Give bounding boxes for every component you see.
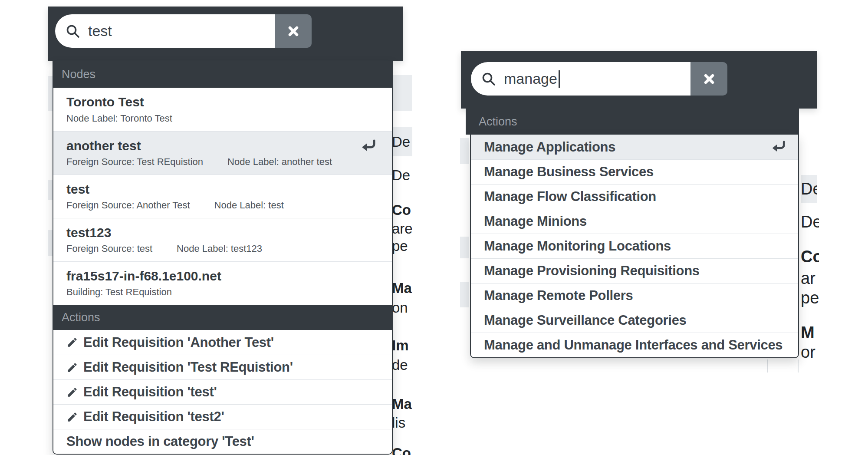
node-detail: Node Label: Toronto Test (66, 113, 172, 124)
node-title: test123 (66, 225, 379, 241)
node-detail: Foreign Source: Another Test (66, 200, 190, 211)
background-table-border (798, 359, 799, 373)
node-result-row[interactable]: test Foreign Source: Another TestNode La… (53, 175, 392, 218)
action-result-row[interactable]: Edit Requisition 'Another Test' (53, 330, 392, 355)
nodes-section-label: Nodes (62, 68, 95, 81)
node-result-row[interactable]: Toronto Test Node Label: Toronto Test (53, 88, 392, 131)
action-label: Edit Requisition 'test2' (83, 409, 224, 425)
action-result-row[interactable]: Edit Requisition 'Test REquistion' (53, 355, 392, 379)
clipped-background-text: Im (392, 337, 412, 354)
clipped-background-text: De (392, 127, 412, 156)
node-result-row[interactable]: another test Foreign Source: Test REquis… (53, 131, 392, 175)
action-label: Manage Business Services (484, 164, 654, 180)
left-search-query: test (88, 23, 112, 40)
node-results-list: Toronto Test Node Label: Toronto Test an… (53, 88, 392, 305)
actions-section-header: Actions (53, 305, 392, 330)
left-search-input[interactable]: test (55, 14, 275, 48)
node-detail: Building: Test REquistion (66, 287, 172, 298)
action-result-row[interactable]: Manage Provisioning Requisitions (471, 258, 798, 283)
right-clear-search-button[interactable] (690, 62, 727, 96)
action-label: Manage Surveillance Categories (484, 313, 687, 328)
right-search-query: manage (504, 70, 557, 87)
actions-section-header: Actions (466, 109, 799, 135)
background-row-sliver (392, 75, 412, 111)
clipped-background-text: Ma (392, 280, 412, 297)
node-title: fra15s17-in-f68.1e100.net (66, 269, 379, 284)
clipped-background-text: De (801, 213, 819, 232)
left-search-results-dropdown: Nodes Toronto Test Node Label: Toronto T… (53, 61, 393, 455)
clipped-background-text: De (392, 167, 412, 184)
node-detail: Foreign Source: Test REquistion (66, 156, 203, 168)
clipped-background-text: or (801, 343, 819, 362)
clipped-background-text: Co (801, 247, 819, 267)
action-label: Manage Provisioning Requisitions (484, 263, 700, 279)
action-label: Edit Requisition 'Test REquistion' (83, 359, 293, 375)
action-results-list: Manage Applications Manage Business Serv… (471, 135, 798, 357)
clipped-background-text: Co (392, 445, 412, 455)
clipped-background-text: are (392, 221, 412, 237)
clipped-background-text: M (801, 323, 819, 343)
left-search-box: test (55, 14, 312, 48)
action-label: Show nodes in category 'Test' (66, 434, 254, 449)
action-label: Manage Monitoring Locations (484, 238, 671, 254)
clipped-background-text: de (392, 357, 412, 373)
action-result-row[interactable]: Manage Remote Pollers (471, 283, 798, 308)
x-cross-icon (287, 25, 300, 38)
action-label: Manage Flow Classification (484, 189, 656, 204)
left-clear-search-button[interactable] (275, 14, 312, 48)
right-search-header: manage (461, 51, 817, 109)
right-search-box: manage (471, 62, 727, 96)
background-row-sliver (460, 282, 469, 307)
clipped-background-text: Co (392, 202, 412, 218)
action-label: Manage and Unmanage Interfaces and Servi… (484, 337, 783, 353)
edit-pencil-icon (66, 411, 78, 423)
action-result-row[interactable]: Edit Requisition 'test2' (53, 404, 392, 429)
action-result-row[interactable]: Manage Flow Classification (471, 184, 798, 209)
clipped-background-text: lis (392, 415, 412, 431)
action-result-row[interactable]: Manage Surveillance Categories (471, 308, 798, 333)
clipped-background-text: pe (392, 238, 412, 254)
clipped-background-text: on (392, 300, 412, 316)
action-result-row[interactable]: Manage Minions (471, 209, 798, 234)
action-results-list: Edit Requisition 'Another Test' Edit Req… (53, 330, 392, 454)
action-label: Manage Applications (484, 139, 615, 155)
action-result-row[interactable]: Edit Requisition 'test' (53, 379, 392, 404)
node-details: Foreign Source: Another TestNode Label: … (66, 200, 379, 211)
node-result-row[interactable]: test123 Foreign Source: testNode Label: … (53, 218, 392, 261)
text-cursor (559, 70, 560, 88)
clipped-background-text: ar (801, 269, 819, 288)
action-result-row[interactable]: Manage and Unmanage Interfaces and Servi… (471, 333, 798, 357)
action-label: Manage Minions (484, 214, 587, 229)
background-table-border (767, 359, 768, 373)
node-detail: Foreign Source: test (66, 243, 152, 254)
node-title: another test (66, 138, 379, 154)
edit-pencil-icon (66, 362, 78, 373)
x-cross-icon (703, 73, 716, 86)
node-title: test (66, 182, 379, 197)
node-details: Foreign Source: testNode Label: test123 (66, 243, 379, 254)
background-row-sliver (460, 138, 469, 164)
edit-pencil-icon (66, 336, 78, 348)
action-result-row[interactable]: Manage Business Services (471, 159, 798, 184)
action-result-row[interactable]: Manage Monitoring Locations (471, 234, 798, 258)
search-overlays-screenshot: DeDeCoarepeMaonImdeMalisCo DeDeCoarpeMor… (0, 0, 868, 455)
action-label: Manage Remote Pollers (484, 288, 633, 303)
node-title: Toronto Test (66, 95, 379, 110)
clipped-background-text: De (801, 175, 817, 203)
return-key-icon (359, 138, 377, 156)
node-detail: Node Label: test (214, 200, 284, 211)
action-label: Edit Requisition 'test' (83, 384, 217, 400)
actions-section-label: Actions (479, 115, 517, 129)
nodes-section-header: Nodes (53, 61, 392, 88)
node-details: Node Label: Toronto Test (66, 113, 379, 124)
node-details: Building: Test REquistion (66, 287, 379, 298)
actions-section-label: Actions (62, 311, 100, 324)
search-icon (481, 72, 496, 86)
clipped-background-text: pe (801, 289, 819, 308)
right-search-input[interactable]: manage (471, 62, 690, 96)
node-result-row[interactable]: fra15s17-in-f68.1e100.net Building: Test… (53, 261, 392, 305)
node-detail: Node Label: another test (227, 156, 332, 168)
action-result-row[interactable]: Manage Applications (471, 135, 798, 159)
right-search-results-dropdown: Manage Applications Manage Business Serv… (470, 135, 799, 358)
action-result-row[interactable]: Show nodes in category 'Test' (53, 429, 392, 454)
